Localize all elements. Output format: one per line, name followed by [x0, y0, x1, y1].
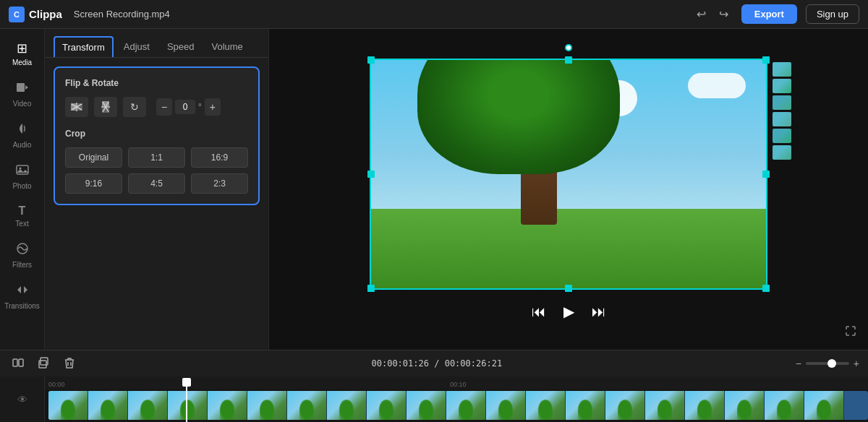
sidebar-item-media[interactable]: ⊞ Media — [3, 35, 42, 72]
prev-frame-button[interactable]: ⏮ — [532, 303, 546, 320]
flip-rotate-controls: ↻ − ° + — [65, 97, 248, 117]
track-content: 00:00 00:10 — [45, 376, 868, 422]
svg-rect-5 — [71, 103, 76, 111]
film-frame-12 — [486, 391, 526, 420]
degree-plus-button[interactable]: + — [205, 98, 221, 116]
panel-content: Flip & Rotate ↻ − ° + — [45, 58, 268, 350]
redo-button[interactable]: ↪ — [715, 4, 733, 24]
sidebar-item-photo[interactable]: Photo — [3, 158, 42, 196]
tab-transform[interactable]: Transform — [54, 36, 114, 57]
sidebar-item-audio[interactable]: Audio — [3, 116, 42, 155]
film-frame-5 — [208, 391, 247, 420]
film-frame-7 — [287, 391, 327, 420]
timeline-split-button[interactable] — [9, 355, 27, 373]
signup-button[interactable]: Sign up — [806, 4, 859, 24]
zoom-in-button[interactable]: + — [854, 358, 859, 369]
zoom-out-button[interactable]: − — [796, 358, 801, 369]
film-frame-20 — [804, 391, 844, 420]
handle-rotate[interactable] — [565, 44, 572, 51]
export-button[interactable]: Export — [741, 4, 797, 24]
svg-rect-6 — [77, 103, 82, 111]
panel-tabs: Transform Adjust Speed Volume — [45, 29, 268, 58]
tab-speed[interactable]: Speed — [160, 36, 202, 57]
film-frame-17 — [685, 391, 725, 420]
film-frame-16 — [645, 391, 685, 420]
thumb-1 — [773, 62, 791, 77]
degree-input[interactable] — [175, 100, 195, 114]
flip-horizontal-button[interactable] — [65, 97, 88, 117]
zoom-slider[interactable] — [806, 362, 849, 365]
svg-rect-10 — [19, 359, 23, 366]
timeline-toolbar: 00:00:01:26 / 00:00:26:21 − + — [0, 350, 868, 376]
film-frame-3 — [128, 391, 168, 420]
film-frame-11 — [446, 391, 486, 420]
text-icon: T — [19, 204, 26, 218]
degree-symbol: ° — [198, 102, 202, 112]
timeline-duplicate-button[interactable] — [35, 355, 54, 373]
crop-original-button[interactable]: Original — [65, 147, 122, 168]
thumbnail-strip — [773, 62, 793, 160]
logo-icon: C — [9, 7, 25, 22]
next-frame-button[interactable]: ⏭ — [592, 303, 606, 320]
film-frame-2 — [88, 391, 128, 420]
video-frame — [370, 59, 767, 290]
film-frame-4 — [168, 391, 208, 420]
sidebar-item-filters[interactable]: Filters — [3, 236, 42, 275]
svg-rect-0 — [17, 83, 25, 92]
crop-2-3-button[interactable]: 2:3 — [191, 173, 248, 194]
zoom-control: − + — [796, 358, 859, 369]
rotate-button[interactable]: ↻ — [123, 97, 146, 117]
undo-button[interactable]: ↩ — [692, 4, 710, 24]
sidebar-label-transitions: Transitions — [4, 302, 40, 310]
timeline-delete-button[interactable] — [61, 355, 78, 373]
degree-minus-button[interactable]: − — [156, 98, 172, 116]
transform-card: Flip & Rotate ↻ − ° + — [54, 66, 260, 205]
film-frame-13 — [526, 391, 566, 420]
crop-1-1-button[interactable]: 1:1 — [128, 147, 185, 168]
timeline-area: 00:00:01:26 / 00:00:26:21 − + 👁 00:00 00… — [0, 350, 868, 422]
sidebar-item-text[interactable]: T Text — [3, 199, 42, 233]
svg-rect-7 — [102, 101, 109, 106]
svg-marker-1 — [25, 85, 28, 90]
app-name: Clippa — [29, 8, 62, 20]
sidebar-label-text: Text — [15, 220, 28, 228]
film-frame-15 — [605, 391, 645, 420]
thumb-2 — [773, 79, 791, 93]
filters-icon — [16, 242, 29, 259]
video-track — [45, 391, 868, 422]
expand-button[interactable] — [845, 325, 856, 340]
sidebar-label-photo: Photo — [12, 182, 31, 190]
undo-redo-group: ↩ ↪ — [692, 4, 733, 24]
playback-controls: ⏮ ▶ ⏭ — [532, 303, 606, 320]
ruler-mark-10: 00:10 — [450, 381, 467, 388]
photo-icon — [16, 163, 29, 180]
thumb-5 — [773, 129, 791, 143]
sidebar-label-audio: Audio — [13, 141, 32, 149]
filmstrip — [48, 391, 868, 420]
tab-volume[interactable]: Volume — [204, 36, 250, 57]
film-frame-14 — [566, 391, 605, 420]
ruler-mark-0: 00:00 — [48, 381, 65, 388]
track-area: 👁 00:00 00:10 — [0, 376, 868, 422]
play-pause-button[interactable]: ▶ — [563, 303, 574, 320]
track-ruler: 00:00 00:10 — [45, 376, 868, 389]
svg-rect-8 — [102, 108, 109, 113]
sidebar-item-transitions[interactable]: Transitions — [3, 277, 42, 316]
crop-4-5-button[interactable]: 4:5 — [128, 173, 185, 194]
playhead[interactable] — [186, 378, 187, 422]
tab-adjust[interactable]: Adjust — [116, 36, 157, 57]
transitions-icon — [16, 283, 29, 300]
flip-vertical-button[interactable] — [94, 97, 117, 117]
media-icon: ⊞ — [17, 40, 27, 56]
film-frame-1 — [48, 391, 88, 420]
film-frame-6 — [247, 391, 287, 420]
crop-16-9-button[interactable]: 16:9 — [191, 147, 248, 168]
sidebar-label-filters: Filters — [12, 261, 32, 269]
film-frame-10 — [407, 391, 446, 420]
sidebar-item-video[interactable]: Video — [3, 75, 42, 113]
crop-9-16-button[interactable]: 9:16 — [65, 173, 122, 194]
current-time: 00:00:01:26 / 00:00:26:21 — [371, 358, 502, 369]
video-icon — [16, 81, 29, 98]
flip-rotate-title: Flip & Rotate — [65, 78, 248, 88]
track-eye-icon[interactable]: 👁 — [17, 394, 27, 405]
